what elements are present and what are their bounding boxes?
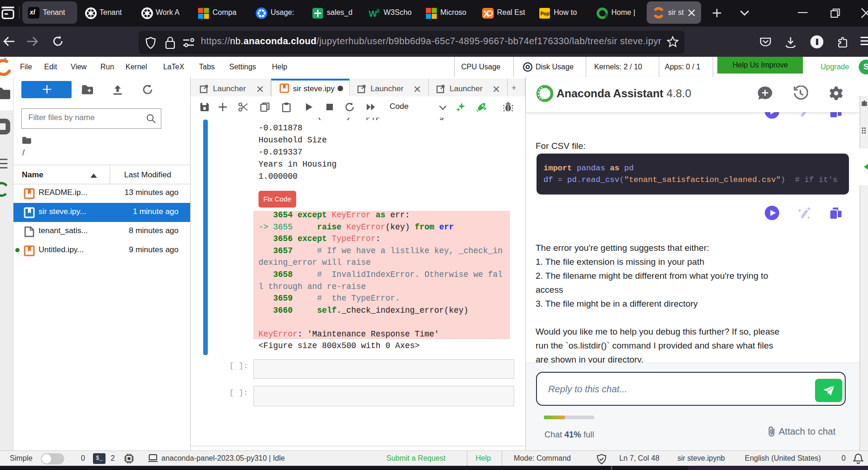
svg-text:W: W: [369, 9, 377, 19]
svg-text:Pop!: Pop!: [540, 11, 550, 16]
svg-text:3: 3: [377, 8, 379, 13]
svg-text:X: X: [484, 9, 489, 19]
